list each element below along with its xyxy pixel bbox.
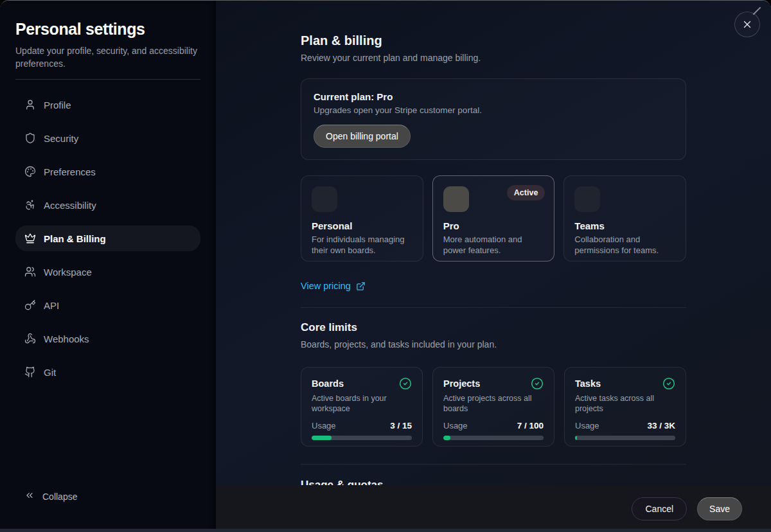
usage-value: 7 / 100 [517,421,544,430]
view-pricing-label: View pricing [301,281,351,291]
sidebar-item-profile[interactable]: Profile [15,92,200,118]
sidebar-item-label: Preferences [44,166,96,177]
bottom-edge [0,529,771,532]
usage-value: 33 / 3K [647,421,675,430]
sidebar-item-workspace[interactable]: Workspace [15,259,200,285]
sidebar-item-accessibility[interactable]: Accessibility [15,192,200,218]
sidebar-item-plan-billing[interactable]: Plan & Billing [15,226,200,251]
external-link-icon [356,281,366,291]
sidebar-divider [15,79,200,80]
page-subtitle: Review your current plan and manage bill… [301,51,686,64]
plan-card-teams[interactable]: Teams Collaboration and permissions for … [563,175,686,262]
check-circle-icon [399,377,412,390]
sidebar-item-api[interactable]: API [15,292,200,318]
usage-label: Usage [312,421,336,430]
user-icon [24,99,36,111]
footer-bar: Cancel Save [216,485,771,532]
core-limits-title: Core limits [301,321,686,335]
check-circle-icon [531,377,544,390]
plan-billing-content: Plan & billing Review your current plan … [301,1,686,492]
usage-card-description: Active boards in your workspace [312,393,412,414]
sidebar-subtitle: Update your profile, security, and acces… [15,44,200,70]
plan-options: Personal For individuals managing their … [301,175,686,262]
usage-progress-fill [575,436,577,440]
main-panel: Plan & billing Review your current plan … [216,1,771,532]
sidebar-item-webhooks[interactable]: Webhooks [15,326,200,351]
open-billing-portal-button[interactable]: Open billing portal [314,125,411,148]
check-circle-icon [662,377,675,390]
plan-description: More automation and power features. [443,234,544,256]
usage-card-projects: Projects Active projects across all boar… [432,367,554,447]
close-button[interactable] [734,12,760,37]
usage-card-tasks: Tasks Active tasks across all projects U… [564,367,686,447]
github-icon [24,366,36,378]
usage-progress-fill [312,436,332,440]
current-plan-subtitle: Upgrades open your Stripe customer porta… [314,105,673,116]
plan-name: Personal [312,220,412,231]
current-plan-title: Current plan: Pro [314,91,673,103]
crown-icon [24,233,36,244]
view-pricing-link[interactable]: View pricing [301,281,366,291]
usage-progress-track [443,436,544,440]
sidebar-title: Personal settings [15,20,200,39]
plan-name: Teams [574,220,675,231]
cancel-button[interactable]: Cancel [632,497,687,520]
palette-icon [24,166,36,177]
sidebar-item-label: Workspace [44,267,92,278]
webhook-icon [24,333,36,344]
current-plan-card: Current plan: Pro Upgrades open your Str… [301,78,686,160]
usage-card-title: Boards [312,378,344,389]
usage-card-title: Projects [443,378,480,389]
usage-value: 3 / 15 [390,421,412,430]
collapse-button[interactable]: Collapse [15,490,200,517]
plan-name: Pro [443,220,544,231]
usage-label: Usage [443,421,468,430]
chevrons-left-icon [24,490,35,502]
plan-card-personal[interactable]: Personal For individuals managing their … [301,175,423,262]
collapse-label: Collapse [42,492,77,502]
usage-progress-track [575,436,675,440]
accessibility-icon [24,199,36,211]
sidebar-item-label: API [44,300,59,311]
sidebar-item-label: Plan & Billing [44,233,106,244]
sidebar: Personal settings Update your profile, s… [0,1,216,532]
sidebar-item-label: Webhooks [44,333,89,344]
sidebar-nav: Profile Security Preferences Accessibili… [15,92,200,385]
usage-card-title: Tasks [575,378,601,389]
plan-icon-placeholder [312,186,337,212]
usage-card-description: Active projects across all boards [443,393,544,414]
settings-modal: Personal settings Update your profile, s… [0,0,771,532]
usage-progress-fill [443,436,450,440]
sidebar-item-label: Git [44,367,56,378]
core-limit-cards: Boards Active boards in your workspace U… [301,367,686,447]
sidebar-item-git[interactable]: Git [15,359,200,385]
page-title: Plan & billing [301,33,686,48]
sidebar-item-label: Accessibility [44,200,96,211]
usage-label: Usage [575,421,599,430]
plan-icon-placeholder [443,186,469,212]
usage-card-boards: Boards Active boards in your workspace U… [301,367,423,447]
sidebar-item-label: Security [44,133,78,144]
section-divider [301,307,686,308]
active-badge: Active [507,185,545,200]
key-icon [24,299,36,311]
sidebar-item-label: Profile [44,100,71,111]
sidebar-item-security[interactable]: Security [15,125,200,151]
users-icon [24,266,36,278]
save-button[interactable]: Save [697,497,742,520]
close-icon [741,19,753,30]
section-divider [301,464,686,465]
plan-description: Collaboration and permissions for teams. [574,234,675,256]
sidebar-item-preferences[interactable]: Preferences [15,159,200,184]
usage-card-description: Active tasks across all projects [575,393,675,414]
core-limits-subtitle: Boards, projects, and tasks included in … [301,338,686,351]
usage-progress-track [312,436,412,440]
plan-description: For individuals managing their own board… [312,234,412,256]
plan-card-pro[interactable]: Active Pro More automation and power fea… [432,175,555,262]
shield-icon [24,132,36,144]
plan-icon-placeholder [574,186,600,212]
